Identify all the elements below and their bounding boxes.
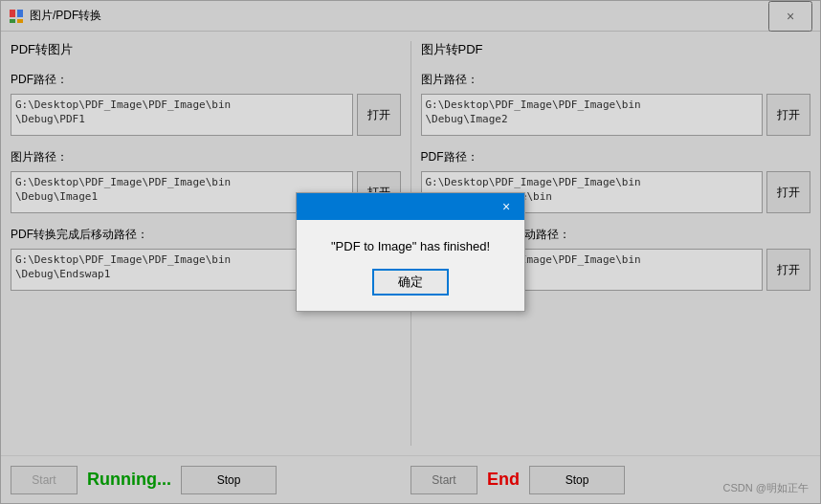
dialog: × "PDF to Image" has finished! 确定	[296, 192, 525, 312]
dialog-ok-button[interactable]: 确定	[372, 269, 449, 296]
main-window: 图片/PDF转换 × PDF转图片 PDF路径： 打开 图片路径： 打开 PDF…	[0, 0, 821, 504]
dialog-body: "PDF to Image" has finished! 确定	[297, 220, 524, 311]
dialog-message: "PDF to Image" has finished!	[331, 239, 490, 253]
dialog-overlay: × "PDF to Image" has finished! 确定	[1, 1, 820, 503]
dialog-title-bar: ×	[297, 193, 524, 220]
dialog-close-button[interactable]: ×	[494, 197, 519, 216]
